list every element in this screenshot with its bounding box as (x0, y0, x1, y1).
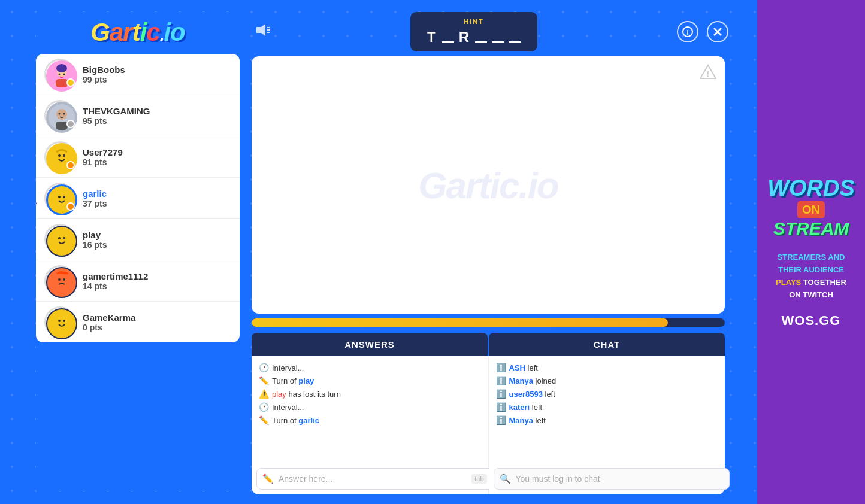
answer-input[interactable] (256, 468, 493, 490)
ad-logo-stream: STREAM (767, 218, 855, 239)
avatar (44, 306, 75, 338)
svg-point-16 (58, 196, 61, 198)
hint-box: HINT T R (410, 12, 537, 51)
chat-text: user8593 left (509, 390, 555, 399)
info-icon: ℹ️ (496, 376, 506, 385)
player-name: garlic (83, 189, 231, 199)
chat-text: ASH left (509, 363, 538, 372)
hint-blank (442, 41, 454, 43)
hint-blank (492, 41, 504, 43)
answers-panel: 🕐 Interval... ✏️ Turn of play ⚠️ play ha… (252, 356, 489, 494)
log-item: 🕐 Interval... (259, 400, 481, 414)
player-name: GameKarma (83, 312, 231, 323)
player-name: THEVKGAMING (83, 106, 231, 116)
players-list: BigBoobs 99 pts (36, 54, 240, 342)
player-item: gamertime1112 14 pts (36, 260, 240, 302)
chat-input[interactable] (494, 468, 730, 490)
chat-log: ℹ️ ASH left ℹ️ Manya joined ℹ️ user8593 … (489, 356, 725, 473)
avatar (44, 59, 75, 90)
player-item-garlic: ✏️ garlic 37 pts (36, 178, 240, 219)
player-name: User7279 (83, 147, 231, 157)
log-text: play has lost its turn (272, 390, 341, 399)
answers-log: 🕐 Interval... ✏️ Turn of play ⚠️ play ha… (252, 356, 488, 473)
svg-point-8 (59, 113, 61, 115)
player-pts: 16 pts (83, 240, 231, 250)
svg-rect-10 (56, 122, 68, 130)
drawing-pencil-icon: ✏️ (36, 192, 37, 205)
tab-label: tab (471, 474, 486, 484)
player-info: User7279 91 pts (83, 147, 231, 167)
drawing-canvas: Gartic.io ! (252, 56, 725, 314)
sound-button[interactable] (254, 22, 271, 42)
status-dot (66, 120, 75, 128)
status-dot (66, 161, 75, 169)
svg-point-19 (58, 237, 61, 239)
status-dot (66, 202, 75, 211)
chat-panel: ℹ️ ASH left ℹ️ Manya joined ℹ️ user8593 … (489, 356, 725, 494)
player-pts: 0 pts (83, 323, 231, 332)
chat-text: Manya left (509, 416, 546, 425)
clock-icon: 🕐 (259, 363, 269, 372)
logo-text: Gartic.io (90, 18, 185, 46)
svg-marker-27 (256, 24, 265, 36)
main-content: HINT T R i (252, 12, 731, 491)
svg-point-22 (58, 278, 61, 281)
info-icon: ℹ️ (496, 363, 506, 372)
svg-rect-5 (56, 79, 68, 87)
log-item: ✏️ Turn of play (259, 374, 481, 387)
svg-point-4 (63, 74, 65, 75)
player-item: BigBoobs 99 pts (36, 54, 240, 95)
log-text: Interval... (272, 363, 304, 372)
svg-text:!: ! (707, 69, 709, 78)
player-info: THEVKGAMING 95 pts (83, 106, 231, 126)
chat-log-item: ℹ️ Manya joined (496, 374, 718, 387)
hint-blank (475, 41, 487, 43)
close-button[interactable] (707, 21, 728, 42)
log-text: Turn of garlic (272, 416, 319, 425)
info-button[interactable]: i (677, 21, 698, 42)
chat-text: Manya joined (509, 377, 556, 385)
status-dot (66, 78, 75, 87)
log-text: Interval... (272, 403, 304, 412)
player-item: THEVKGAMING 95 pts (36, 95, 240, 136)
player-pts: 91 pts (83, 157, 231, 167)
player-info: BigBoobs 99 pts (83, 65, 231, 84)
warning-icon: ! (700, 63, 716, 84)
player-info: GameKarma 0 pts (83, 312, 231, 332)
svg-point-3 (59, 74, 61, 75)
chat-log-item: ℹ️ user8593 left (496, 387, 718, 400)
tab-answers[interactable]: ANSWERS (252, 333, 488, 356)
hint-blank (509, 41, 521, 43)
chat-log-item: ℹ️ ASH left (496, 361, 718, 374)
warning-icon: ⚠️ (259, 389, 269, 399)
log-item: ⚠️ play has lost its turn (259, 387, 481, 400)
avatar (44, 265, 75, 296)
player-info: play 16 pts (83, 230, 231, 250)
ad-url[interactable]: WOS.GG (782, 313, 841, 329)
player-pts: 99 pts (83, 75, 231, 84)
player-item: GameKarma 0 pts (36, 302, 240, 342)
chat-log-item: ℹ️ kateri left (496, 400, 718, 414)
ad-panel: WORDS ON STREAM STREAMERS ANDTHEIR AUDIE… (757, 0, 865, 504)
info-icon: ℹ️ (496, 389, 506, 399)
avatar (44, 100, 75, 131)
svg-point-14 (63, 154, 65, 157)
ad-logo-on: ON (797, 201, 825, 218)
avatar (44, 183, 75, 214)
player-item: User7279 91 pts (36, 136, 240, 178)
pencil-input-icon: ✏️ (262, 473, 274, 484)
svg-point-9 (63, 113, 65, 115)
player-pts: 95 pts (83, 116, 231, 126)
chat-text: kateri left (509, 403, 543, 412)
log-item: ✏️ Turn of garlic (259, 414, 481, 427)
search-icon: 🔍 (500, 473, 511, 484)
hint-label: HINT (427, 18, 521, 25)
player-pts: 14 pts (83, 281, 231, 291)
avatar (44, 224, 75, 255)
player-item: play 16 pts (36, 219, 240, 260)
canvas-watermark: Gartic.io (418, 164, 558, 207)
tab-chat[interactable]: CHAT (489, 333, 725, 356)
logo: Gartic.io (36, 12, 240, 47)
tabs-row: ANSWERS CHAT (252, 333, 725, 356)
player-info: garlic 37 pts (83, 189, 231, 208)
